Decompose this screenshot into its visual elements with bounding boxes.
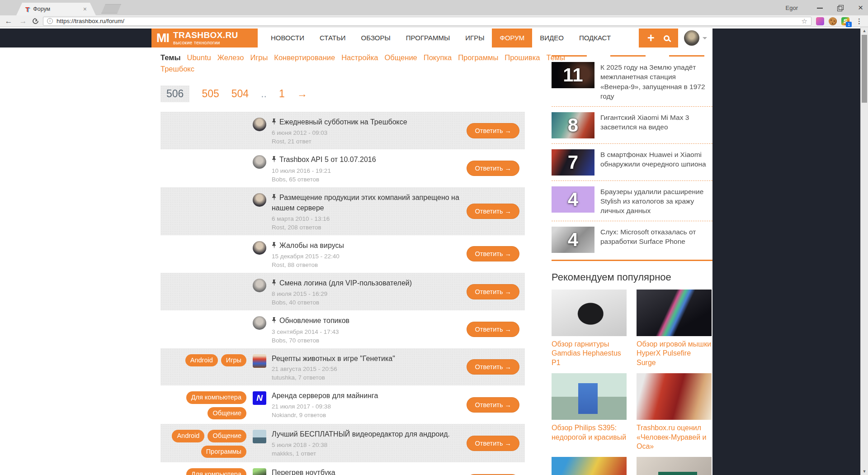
url-text[interactable]: https://trashbox.ru/forum/ [57,18,798,24]
recommended-card[interactable]: Обзор игровой мышки HyperX Pulsefire Sur… [637,290,712,367]
address-bar[interactable]: https://trashbox.ru/forum/ ☆ [43,17,811,26]
reply-button[interactable]: Ответить → [467,246,519,261]
reply-button[interactable]: Ответить → [467,359,519,375]
avatar[interactable] [253,354,266,368]
page-item[interactable]: .. [261,88,267,100]
add-topic-icon[interactable] [647,32,655,44]
news-item[interactable]: 11 К 2025 году на Землю упадёт межпланет… [552,57,712,107]
avatar[interactable] [253,118,266,131]
nav-item[interactable]: ОБЗОРЫ [354,28,398,48]
avatar[interactable] [253,430,266,443]
nav-item[interactable]: ИГРЫ [458,28,492,48]
topic-tag[interactable]: Общение [208,407,246,420]
topic-title[interactable]: Trashbox API 5 от 10.07.2016 [272,155,461,165]
reply-button[interactable]: Ответить → [467,436,519,451]
topic-tag[interactable]: Игры [221,354,246,367]
window-minimize-icon[interactable] [817,5,823,11]
avatar[interactable] [253,316,266,330]
scrollbar[interactable]: ▲ ▼ [860,27,868,475]
avatar[interactable] [253,468,266,475]
breadcrumb-link[interactable]: Ubuntu [187,53,211,62]
scroll-up-icon[interactable]: ▲ [861,27,868,34]
tab-close-icon[interactable]: × [83,5,87,13]
browser-profile-name[interactable]: Egor [781,4,802,12]
topic-title[interactable]: Смена логина (для VIP-пользователей) [272,278,461,289]
new-tab-button[interactable] [101,4,121,14]
reload-icon[interactable] [31,17,39,25]
search-icon[interactable] [664,35,670,41]
reply-button[interactable]: Ответить → [467,284,519,299]
forward-icon[interactable]: → [18,17,28,26]
recommended-card[interactable]: Trashbox.ru оценил «Человек-Муравей и Ос… [637,373,712,451]
topic-tag[interactable]: Для компьютера [186,468,246,475]
bookmark-star-icon[interactable]: ☆ [802,17,807,25]
nav-item[interactable]: ФОРУМ [492,28,532,48]
news-item[interactable]: 4 Браузеры удалили расширение Stylish из… [552,181,712,221]
scrollbar-thumb[interactable] [862,35,867,103]
topic-tag[interactable]: Для компьютера [186,391,246,404]
news-item[interactable]: 7 В смартфонах Huawei и Xiaomi обнаружил… [552,144,712,181]
back-icon[interactable]: ← [4,17,14,26]
topic-title[interactable]: Рецепты животных в игре "Генетика" [272,354,461,364]
nav-item[interactable]: ПОДКАСТ [571,28,618,48]
topic-tag[interactable]: Программы [201,446,246,458]
breadcrumb-link[interactable]: Прошивка [505,53,540,62]
avatar[interactable] [253,279,266,292]
breadcrumb-link[interactable]: Общение [384,53,417,62]
browser-toolbar: ← → https://trashbox.ru/forum/ ☆ 1 ⋮ [0,15,868,27]
topic-title[interactable]: Размещение продукции этих компаний запре… [272,193,461,214]
recommended-card[interactable]: Обзор гарнитуры Gamdias Hephaestus P1 [552,290,627,367]
stylish-extension-icon[interactable]: 1 [841,17,849,25]
news-item[interactable]: 8 Гигантский Xiaomi Mi Max 3 засветился … [552,107,712,144]
browser-tab[interactable]: T Форум × [16,3,96,15]
breadcrumb-link[interactable]: Настройка [341,53,378,62]
nav-item[interactable]: ВИДЕО [532,28,571,48]
browser-menu-icon[interactable]: ⋮ [854,17,864,25]
topic-tag[interactable]: Общение [208,430,246,442]
page-item[interactable]: 505 [202,88,219,100]
cookie-extension-icon[interactable] [829,17,837,25]
breadcrumb-link[interactable]: Конвертирование [274,53,335,62]
page-item[interactable]: 1 [279,88,285,100]
breadcrumb-link[interactable]: Железо [217,53,244,62]
header-user[interactable] [678,28,712,48]
page-item[interactable]: 504 [231,88,249,100]
site-logo[interactable]: MI TRASHBOX.RU высокие технологии [151,28,258,48]
scroll-down-icon[interactable]: ▼ [861,468,868,475]
recommended-card[interactable] [637,457,712,475]
reply-button[interactable]: Ответить → [467,397,519,413]
avatar[interactable] [253,391,266,405]
reply-button[interactable]: Ответить → [467,322,519,337]
news-item[interactable]: 4 Слух: Microsoft отказалась от разработ… [552,221,712,258]
breadcrumb-link[interactable]: Игры [250,53,268,62]
breadcrumb-link[interactable]: Программы [458,53,498,62]
page-item[interactable]: 506 [160,86,189,102]
topic-title[interactable]: Аренда серверов для майнинга [272,391,461,401]
reply-button[interactable]: Ответить → [467,123,519,138]
recommended-card[interactable]: Обзор Philips S395: недорогой и красивый [552,373,627,451]
extension-icon[interactable] [816,17,824,25]
page-item[interactable]: → [297,88,307,100]
topic-author-replies: makkks, 1 ответ [272,450,461,457]
recommended-card[interactable] [552,457,627,475]
window-close-icon[interactable] [858,5,863,11]
nav-item[interactable]: СТАТЬИ [312,28,354,48]
topic-title[interactable]: Ежедневный субботник на Трешбоксе [272,117,461,128]
topic-title[interactable]: Перегрев ноутбука [272,468,461,475]
nav-item[interactable]: НОВОСТИ [263,28,312,48]
reply-button[interactable]: Ответить → [467,161,519,176]
page-info-icon[interactable] [47,18,53,24]
topic-title[interactable]: Жалобы на вирусы [272,241,461,251]
user-avatar[interactable] [684,30,699,46]
reply-button[interactable]: Ответить → [467,204,519,219]
breadcrumb-link[interactable]: Покупка [424,53,452,62]
nav-item[interactable]: ПРОГРАММЫ [398,28,458,48]
avatar[interactable] [253,193,266,207]
topic-tag[interactable]: Android [185,354,218,367]
avatar[interactable] [253,155,266,169]
topic-tag[interactable]: Android [172,430,204,442]
topic-title[interactable]: Лучший БЕСПЛАТНЫЙ видеоредактор для андр… [272,429,461,439]
avatar[interactable] [253,241,266,255]
window-restore-icon[interactable] [837,5,843,11]
topic-title[interactable]: Обновление топиков [272,316,461,326]
